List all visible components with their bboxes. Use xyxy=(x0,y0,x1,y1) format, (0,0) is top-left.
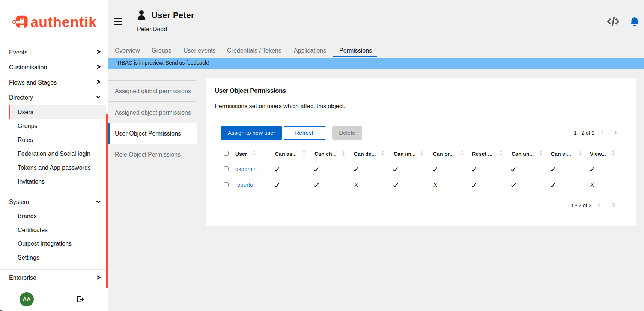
svg-text:authentik: authentik xyxy=(30,15,97,30)
